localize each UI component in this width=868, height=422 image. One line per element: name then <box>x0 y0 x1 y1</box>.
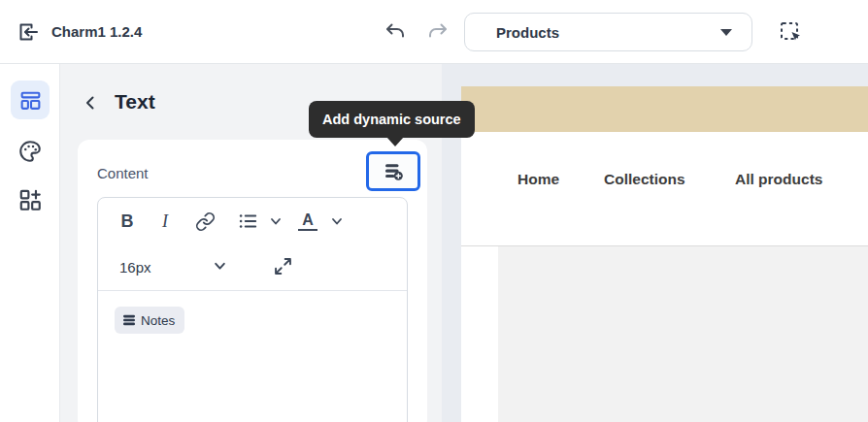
undo-button[interactable] <box>384 20 407 44</box>
text-color-button[interactable]: A <box>298 211 317 231</box>
content-settings-card: Content B I <box>78 140 427 422</box>
rail-item-sections[interactable] <box>11 81 50 119</box>
page-selector-value: Products <box>496 24 559 41</box>
top-bar: Charm1 1.2.4 Products <box>0 0 868 64</box>
nav-link-home[interactable]: Home <box>517 171 559 188</box>
chevron-down-icon <box>330 214 344 228</box>
panel-title: Text <box>115 90 155 114</box>
content-label: Content <box>97 165 149 181</box>
sections-icon <box>18 88 43 113</box>
product-media-placeholder[interactable] <box>498 246 868 422</box>
nav-link-all-products[interactable]: All products <box>735 171 822 188</box>
add-dynamic-source-button[interactable] <box>366 151 420 191</box>
page-selector-dropdown[interactable]: Products <box>464 13 752 51</box>
tooltip: Add dynamic source <box>309 101 475 138</box>
editor-toolbar-row1: B I <box>98 198 407 243</box>
redo-button[interactable] <box>426 20 450 44</box>
rail-item-theme-settings[interactable] <box>11 132 50 171</box>
expand-editor-button[interactable] <box>273 256 293 276</box>
chevron-down-icon[interactable] <box>213 259 227 274</box>
rail-item-app-embeds[interactable] <box>11 180 50 219</box>
announcement-bar-section[interactable] <box>461 86 868 132</box>
undo-icon <box>384 20 407 44</box>
caret-down-icon <box>720 29 732 36</box>
editor-text-area[interactable]: Notes <box>98 291 407 422</box>
bullet-list-button[interactable] <box>236 210 259 233</box>
select-element-tool-button[interactable] <box>778 19 804 46</box>
preview-canvas: Home Collections All products <box>442 64 868 422</box>
app-blocks-icon <box>17 187 43 212</box>
tooltip-arrow <box>386 137 404 146</box>
list-options-dropdown[interactable] <box>267 210 284 233</box>
expand-icon <box>273 256 293 276</box>
left-icon-rail <box>0 64 60 422</box>
theme-title: Charm1 1.2.4 <box>51 23 142 40</box>
rich-text-editor: B I <box>97 197 408 422</box>
exit-editor-button[interactable] <box>14 18 41 46</box>
back-button[interactable] <box>82 94 99 112</box>
chevron-left-icon <box>82 94 99 112</box>
database-icon <box>122 313 136 327</box>
italic-button[interactable]: I <box>156 210 174 233</box>
bullet-list-icon <box>237 211 258 232</box>
header-section: Home Collections All products <box>461 132 868 245</box>
select-element-icon <box>778 19 804 46</box>
nav-link-collections[interactable]: Collections <box>604 171 685 188</box>
exit-icon <box>14 18 41 46</box>
font-size-value: 16px <box>119 259 151 276</box>
store-preview: Home Collections All products <box>461 86 868 422</box>
dynamic-source-icon <box>384 161 404 181</box>
chevron-down-icon <box>269 214 283 228</box>
link-icon <box>195 211 216 232</box>
dynamic-source-chip[interactable]: Notes <box>115 307 184 334</box>
bold-button[interactable]: B <box>117 210 137 233</box>
color-options-dropdown[interactable] <box>328 210 346 233</box>
chip-label: Notes <box>141 313 175 328</box>
redo-icon <box>426 20 450 44</box>
palette-icon <box>17 139 43 164</box>
editor-toolbar-row2: 16px <box>98 243 407 290</box>
link-button[interactable] <box>193 210 217 233</box>
